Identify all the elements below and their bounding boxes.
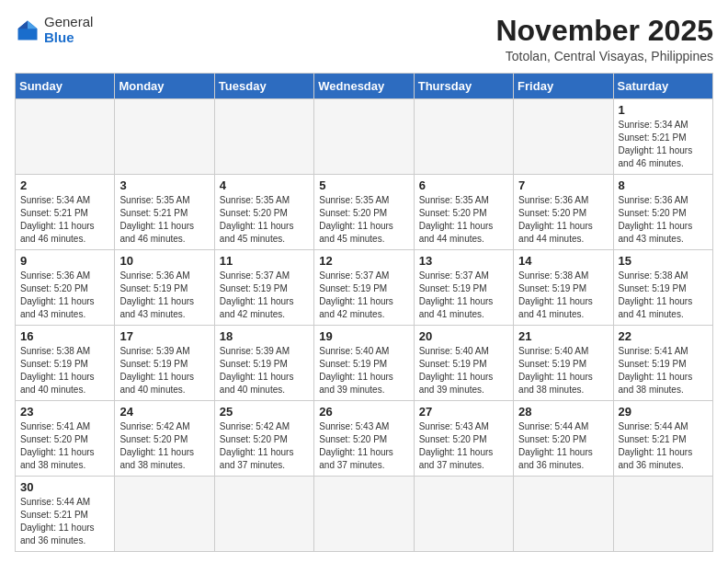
- day-info: Sunrise: 5:34 AM Sunset: 5:21 PM Dayligh…: [20, 194, 109, 246]
- calendar-day-cell: 17Sunrise: 5:39 AM Sunset: 5:19 PM Dayli…: [115, 326, 214, 401]
- day-info: Sunrise: 5:37 AM Sunset: 5:19 PM Dayligh…: [419, 270, 508, 321]
- day-info: Sunrise: 5:44 AM Sunset: 5:20 PM Dayligh…: [518, 420, 608, 472]
- day-info: Sunrise: 5:41 AM Sunset: 5:20 PM Dayligh…: [20, 420, 109, 472]
- calendar-table: SundayMondayTuesdayWednesdayThursdayFrid…: [15, 73, 713, 552]
- calendar-day-cell: 4Sunrise: 5:35 AM Sunset: 5:20 PM Daylig…: [214, 175, 313, 250]
- day-number: 13: [419, 254, 508, 268]
- weekday-header-row: SundayMondayTuesdayWednesdayThursdayFrid…: [16, 74, 713, 99]
- day-info: Sunrise: 5:36 AM Sunset: 5:20 PM Dayligh…: [20, 270, 109, 321]
- day-number: 9: [20, 254, 109, 268]
- calendar-day-cell: [514, 477, 613, 552]
- weekday-header-saturday: Saturday: [613, 74, 712, 99]
- day-number: 6: [419, 178, 508, 192]
- location-subtitle: Totolan, Central Visayas, Philippines: [495, 49, 713, 63]
- calendar-day-cell: 23Sunrise: 5:41 AM Sunset: 5:20 PM Dayli…: [16, 401, 115, 477]
- day-info: Sunrise: 5:44 AM Sunset: 5:21 PM Dayligh…: [619, 420, 708, 472]
- calendar-day-cell: 19Sunrise: 5:40 AM Sunset: 5:19 PM Dayli…: [314, 326, 414, 401]
- day-number: 17: [119, 329, 209, 343]
- day-info: Sunrise: 5:42 AM Sunset: 5:20 PM Dayligh…: [220, 420, 309, 472]
- calendar-day-cell: 27Sunrise: 5:43 AM Sunset: 5:20 PM Dayli…: [414, 401, 513, 477]
- day-number: 7: [518, 178, 608, 192]
- day-number: 1: [619, 103, 708, 117]
- calendar-day-cell: 6Sunrise: 5:35 AM Sunset: 5:20 PM Daylig…: [414, 175, 513, 250]
- day-number: 23: [20, 405, 109, 419]
- day-number: 24: [119, 405, 209, 419]
- calendar-day-cell: 30Sunrise: 5:44 AM Sunset: 5:21 PM Dayli…: [16, 477, 115, 552]
- day-number: 3: [119, 178, 209, 192]
- month-year-title: November 2025: [495, 15, 713, 47]
- day-number: 2: [20, 178, 109, 192]
- day-number: 11: [220, 254, 309, 268]
- day-info: Sunrise: 5:39 AM Sunset: 5:19 PM Dayligh…: [119, 345, 209, 396]
- weekday-header-sunday: Sunday: [16, 74, 115, 99]
- calendar-week-row: 1Sunrise: 5:34 AM Sunset: 5:21 PM Daylig…: [16, 99, 713, 175]
- day-number: 4: [220, 178, 309, 192]
- calendar-week-row: 2Sunrise: 5:34 AM Sunset: 5:21 PM Daylig…: [16, 175, 713, 250]
- day-info: Sunrise: 5:35 AM Sunset: 5:20 PM Dayligh…: [220, 194, 309, 246]
- day-number: 27: [419, 405, 508, 419]
- calendar-day-cell: 11Sunrise: 5:37 AM Sunset: 5:19 PM Dayli…: [214, 250, 313, 326]
- calendar-day-cell: 13Sunrise: 5:37 AM Sunset: 5:19 PM Dayli…: [414, 250, 513, 326]
- calendar-day-cell: 2Sunrise: 5:34 AM Sunset: 5:21 PM Daylig…: [16, 175, 115, 250]
- calendar-day-cell: 15Sunrise: 5:38 AM Sunset: 5:19 PM Dayli…: [613, 250, 712, 326]
- day-number: 20: [419, 329, 508, 343]
- day-number: 10: [119, 254, 209, 268]
- calendar-day-cell: 28Sunrise: 5:44 AM Sunset: 5:20 PM Dayli…: [514, 401, 613, 477]
- weekday-header-friday: Friday: [514, 74, 613, 99]
- day-info: Sunrise: 5:36 AM Sunset: 5:20 PM Dayligh…: [518, 194, 608, 246]
- day-number: 19: [319, 329, 408, 343]
- title-area: November 2025 Totolan, Central Visayas, …: [495, 15, 713, 63]
- calendar-day-cell: 12Sunrise: 5:37 AM Sunset: 5:19 PM Dayli…: [314, 250, 414, 326]
- calendar-day-cell: [613, 477, 712, 552]
- calendar-day-cell: [314, 99, 414, 175]
- weekday-header-monday: Monday: [115, 74, 214, 99]
- day-number: 28: [518, 405, 608, 419]
- calendar-day-cell: [115, 99, 214, 175]
- calendar-day-cell: [514, 99, 613, 175]
- calendar-day-cell: [414, 99, 513, 175]
- calendar-day-cell: [115, 477, 214, 552]
- day-number: 18: [220, 329, 309, 343]
- day-number: 22: [619, 329, 708, 343]
- day-info: Sunrise: 5:35 AM Sunset: 5:20 PM Dayligh…: [419, 194, 508, 246]
- day-info: Sunrise: 5:42 AM Sunset: 5:20 PM Dayligh…: [119, 420, 209, 472]
- calendar-week-row: 9Sunrise: 5:36 AM Sunset: 5:20 PM Daylig…: [16, 250, 713, 326]
- day-info: Sunrise: 5:37 AM Sunset: 5:19 PM Dayligh…: [220, 270, 309, 321]
- calendar-day-cell: 24Sunrise: 5:42 AM Sunset: 5:20 PM Dayli…: [115, 401, 214, 477]
- calendar-day-cell: [214, 99, 313, 175]
- logo: General Blue: [15, 15, 93, 45]
- calendar-day-cell: 3Sunrise: 5:35 AM Sunset: 5:21 PM Daylig…: [115, 175, 214, 250]
- calendar-day-cell: [16, 99, 115, 175]
- day-info: Sunrise: 5:36 AM Sunset: 5:20 PM Dayligh…: [619, 194, 708, 246]
- calendar-day-cell: 16Sunrise: 5:38 AM Sunset: 5:19 PM Dayli…: [16, 326, 115, 401]
- weekday-header-wednesday: Wednesday: [314, 74, 414, 99]
- calendar-day-cell: 10Sunrise: 5:36 AM Sunset: 5:19 PM Dayli…: [115, 250, 214, 326]
- day-info: Sunrise: 5:38 AM Sunset: 5:19 PM Dayligh…: [619, 270, 708, 321]
- calendar-day-cell: 25Sunrise: 5:42 AM Sunset: 5:20 PM Dayli…: [214, 401, 313, 477]
- day-info: Sunrise: 5:35 AM Sunset: 5:20 PM Dayligh…: [319, 194, 408, 246]
- day-info: Sunrise: 5:43 AM Sunset: 5:20 PM Dayligh…: [319, 420, 408, 472]
- day-info: Sunrise: 5:40 AM Sunset: 5:19 PM Dayligh…: [419, 345, 508, 396]
- logo-icon: [15, 17, 40, 43]
- calendar-day-cell: 9Sunrise: 5:36 AM Sunset: 5:20 PM Daylig…: [16, 250, 115, 326]
- calendar-day-cell: [314, 477, 414, 552]
- day-info: Sunrise: 5:38 AM Sunset: 5:19 PM Dayligh…: [518, 270, 608, 321]
- day-number: 21: [518, 329, 608, 343]
- day-info: Sunrise: 5:44 AM Sunset: 5:21 PM Dayligh…: [20, 496, 109, 547]
- calendar-day-cell: 22Sunrise: 5:41 AM Sunset: 5:19 PM Dayli…: [613, 326, 712, 401]
- day-number: 30: [20, 480, 109, 494]
- day-number: 14: [518, 254, 608, 268]
- day-number: 25: [220, 405, 309, 419]
- calendar-day-cell: 14Sunrise: 5:38 AM Sunset: 5:19 PM Dayli…: [514, 250, 613, 326]
- day-info: Sunrise: 5:37 AM Sunset: 5:19 PM Dayligh…: [319, 270, 408, 321]
- day-info: Sunrise: 5:34 AM Sunset: 5:21 PM Dayligh…: [619, 119, 708, 170]
- day-number: 5: [319, 178, 408, 192]
- calendar-week-row: 30Sunrise: 5:44 AM Sunset: 5:21 PM Dayli…: [16, 477, 713, 552]
- day-info: Sunrise: 5:39 AM Sunset: 5:19 PM Dayligh…: [220, 345, 309, 396]
- day-info: Sunrise: 5:40 AM Sunset: 5:19 PM Dayligh…: [518, 345, 608, 396]
- calendar-day-cell: [414, 477, 513, 552]
- calendar-day-cell: 18Sunrise: 5:39 AM Sunset: 5:19 PM Dayli…: [214, 326, 313, 401]
- day-number: 16: [20, 329, 109, 343]
- day-info: Sunrise: 5:43 AM Sunset: 5:20 PM Dayligh…: [419, 420, 508, 472]
- calendar-day-cell: [214, 477, 313, 552]
